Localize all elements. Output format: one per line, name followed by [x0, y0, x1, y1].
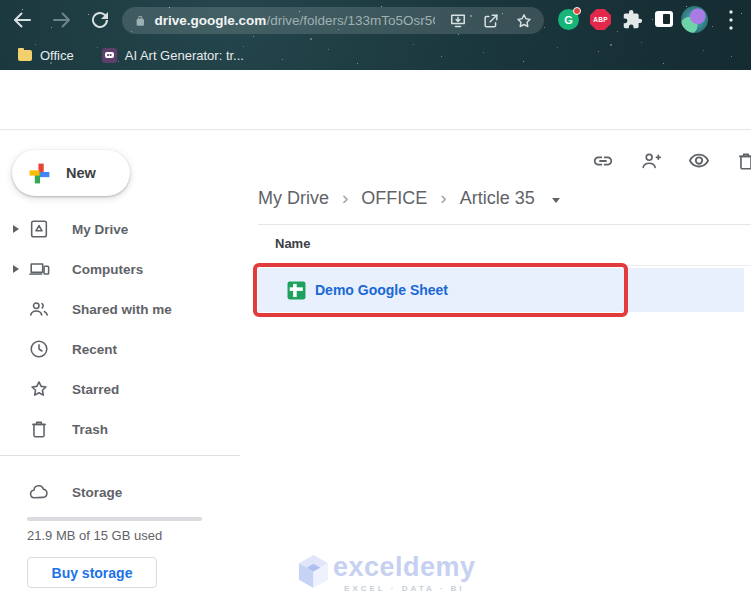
new-button-label: New — [66, 165, 96, 181]
side-panel-icon[interactable] — [655, 11, 673, 27]
sidebar-item-label: Computers — [72, 262, 143, 277]
extension-green-icon[interactable]: G — [558, 9, 579, 30]
clock-icon — [28, 338, 50, 360]
watermark-subtitle: EXCEL · DATA · BI — [344, 584, 464, 593]
sidebar-item-starred[interactable]: Starred — [0, 369, 240, 409]
expand-caret-icon[interactable] — [13, 225, 19, 233]
trash-icon — [28, 418, 50, 440]
sidebar-item-recent[interactable]: Recent — [0, 329, 240, 369]
sidebar-item-my-drive[interactable]: My Drive — [0, 209, 240, 249]
url-domain: drive.google.com — [155, 13, 267, 28]
cloud-icon — [28, 481, 50, 503]
bookmark-ai-art-generator[interactable]: AI Art Generator: tr... — [102, 48, 244, 63]
new-button[interactable]: New — [12, 150, 130, 196]
sidebar-item-label: Trash — [72, 422, 108, 437]
folder-menu-caret-icon[interactable] — [552, 198, 560, 203]
bookmark-label: Office — [40, 48, 74, 63]
browser-chrome: drive.google.com/drive/folders/133mTo5Os… — [0, 0, 751, 70]
google-sheets-icon — [287, 281, 306, 300]
sidebar-item-computers[interactable]: Computers — [0, 249, 240, 289]
blocked-badge-icon — [573, 7, 581, 15]
ai-art-favicon — [102, 48, 117, 63]
screenshot-root: drive.google.com/drive/folders/133mTo5Os… — [0, 0, 751, 609]
file-row-demo-google-sheet[interactable]: Demo Google Sheet — [258, 268, 744, 312]
sidebar-item-label: Starred — [72, 382, 119, 397]
star-icon — [28, 378, 50, 400]
drive-header: Drive — [0, 70, 751, 130]
preview-eye-icon[interactable] — [688, 150, 710, 172]
browser-menu-icon[interactable] — [727, 9, 735, 31]
column-header-name[interactable]: Name — [275, 236, 310, 251]
profile-avatar[interactable] — [681, 6, 708, 33]
bookmark-label: AI Art Generator: tr... — [125, 48, 244, 63]
content-area: My Drive › OFFICE › Article 35 Name Demo… — [240, 130, 751, 609]
forward-icon[interactable] — [50, 8, 74, 32]
sidebar-divider — [0, 455, 240, 456]
sidebar-item-label: Storage — [72, 485, 122, 500]
file-name: Demo Google Sheet — [315, 282, 448, 298]
storage-progress-bar — [27, 517, 202, 521]
buy-storage-button[interactable]: Buy storage — [27, 557, 157, 588]
breadcrumb-office[interactable]: OFFICE — [361, 188, 427, 209]
install-app-icon[interactable] — [448, 11, 468, 31]
sidebar-item-label: My Drive — [72, 222, 128, 237]
sidebar: New My Drive Computers Shared with me Re… — [0, 130, 240, 609]
exceldemy-cube-icon — [298, 554, 329, 589]
extensions-puzzle-icon[interactable] — [622, 9, 643, 30]
sidebar-item-label: Recent — [72, 342, 117, 357]
remove-trash-icon[interactable] — [735, 150, 751, 172]
share-icon[interactable] — [481, 11, 501, 31]
back-icon[interactable] — [10, 8, 34, 32]
sidebar-item-storage[interactable]: Storage — [0, 472, 240, 512]
watermark: exceldemy EXCEL · DATA · BI — [298, 554, 476, 593]
shared-icon — [28, 298, 50, 320]
lock-icon[interactable] — [134, 14, 147, 28]
bookmark-star-icon[interactable] — [514, 11, 534, 31]
breadcrumb: My Drive › OFFICE › Article 35 — [258, 188, 560, 209]
storage-usage-text: 21.9 MB of 15 GB used — [27, 528, 162, 543]
bookmarks-bar: Office AI Art Generator: tr... — [0, 40, 751, 70]
chevron-right-icon: › — [342, 188, 348, 209]
expand-caret-icon[interactable] — [13, 265, 19, 273]
sidebar-item-label: Shared with me — [72, 302, 172, 317]
computers-icon — [28, 258, 50, 280]
extension-green-letter: G — [564, 14, 573, 26]
folder-icon — [18, 50, 32, 61]
sidebar-item-shared-with-me[interactable]: Shared with me — [0, 289, 240, 329]
share-person-add-icon[interactable] — [640, 150, 662, 172]
my-drive-icon — [28, 218, 50, 240]
adblock-extension-icon[interactable]: ABP — [590, 9, 611, 30]
starry-wallpaper — [0, 0, 2, 2]
watermark-title: exceldemy — [333, 554, 476, 581]
address-bar[interactable]: drive.google.com/drive/folders/133mTo5Os… — [122, 7, 544, 34]
content-divider — [258, 224, 751, 225]
get-link-icon[interactable] — [592, 150, 614, 172]
new-plus-icon — [27, 161, 52, 186]
breadcrumb-my-drive[interactable]: My Drive — [258, 188, 329, 209]
url-path: /drive/folders/133mTo5Osr5Q... — [266, 13, 435, 28]
adblock-label: ABP — [593, 16, 608, 23]
reload-icon[interactable] — [88, 8, 112, 32]
list-header-divider — [258, 265, 751, 266]
bookmark-office-folder[interactable]: Office — [18, 48, 74, 63]
breadcrumb-article-35[interactable]: Article 35 — [460, 188, 535, 209]
sidebar-item-trash[interactable]: Trash — [0, 409, 240, 449]
chevron-right-icon: › — [440, 188, 446, 209]
